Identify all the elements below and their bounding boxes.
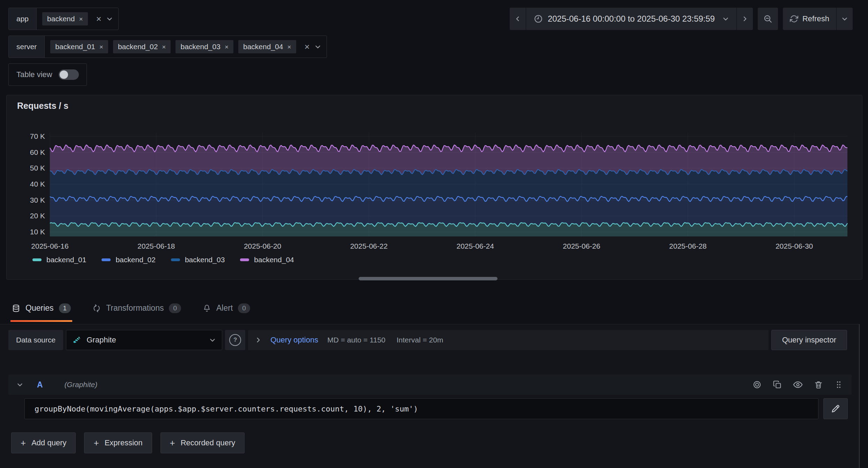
legend-label: backend_03 xyxy=(185,256,225,264)
transform-icon xyxy=(92,304,101,312)
variable-app-label: app xyxy=(9,8,37,30)
expression-label: Expression xyxy=(105,438,143,447)
duplicate-query-icon[interactable] xyxy=(773,380,782,389)
toggle-knob xyxy=(60,70,68,79)
svg-text:50 K: 50 K xyxy=(30,164,45,172)
refresh-button[interactable]: Refresh xyxy=(783,8,836,30)
tab-count-badge: 1 xyxy=(59,303,71,313)
chevron-down-icon xyxy=(841,16,848,22)
chevron-down-icon xyxy=(723,16,729,22)
disable-query-icon[interactable] xyxy=(753,380,762,389)
variable-app-tag[interactable]: backend × xyxy=(42,12,88,25)
tag-remove-icon[interactable]: × xyxy=(79,16,83,22)
data-source-name: Graphite xyxy=(87,335,204,345)
time-shift-back-button[interactable] xyxy=(510,8,526,30)
data-source-row: Data source Graphite ? Query options MD … xyxy=(8,330,847,350)
tab-label: Transformations xyxy=(106,303,164,313)
tag-label: backend_01 xyxy=(55,43,95,51)
tab-alert[interactable]: Alert 0 xyxy=(201,292,252,324)
variable-server-label: server xyxy=(9,36,45,58)
svg-text:40 K: 40 K xyxy=(30,180,45,188)
time-range-picker[interactable]: 2025-06-16 00:00:00 to 2025-06-30 23:59:… xyxy=(526,8,736,30)
legend-item[interactable]: backend_01 xyxy=(32,256,86,264)
table-view-label: Table view xyxy=(16,70,52,79)
tag-remove-icon[interactable]: × xyxy=(287,44,291,50)
table-view-toggle[interactable] xyxy=(59,69,79,80)
panel-title[interactable]: Requests / s xyxy=(17,101,68,111)
data-source-help-button[interactable]: ? xyxy=(225,330,245,350)
svg-text:2025-06-16: 2025-06-16 xyxy=(31,242,68,250)
table-view-control: Table view xyxy=(8,63,87,86)
query-options-label: Query options xyxy=(270,335,318,345)
svg-text:10 K: 10 K xyxy=(30,228,45,236)
svg-text:20 K: 20 K xyxy=(30,212,45,220)
variable-server[interactable]: server backend_01 × backend_02 × backend… xyxy=(8,36,327,58)
chevron-down-icon xyxy=(209,337,216,343)
collapse-chevron-icon[interactable] xyxy=(17,382,23,388)
plus-icon: + xyxy=(93,438,99,447)
graphite-query-input[interactable]: groupByNode(movingAverage(apps.$app.$ser… xyxy=(24,398,818,419)
horizontal-scrollbar[interactable] xyxy=(359,277,497,280)
variable-server-tag[interactable]: backend_04 × xyxy=(238,40,296,53)
query-row-header[interactable]: A (Graphite) xyxy=(8,375,852,395)
query-options-toggle[interactable]: Query options MD = auto = 1150 Interval … xyxy=(248,330,768,350)
svg-text:60 K: 60 K xyxy=(30,148,45,156)
editor-tabs: Queries 1 Transformations 0 Alert 0 xyxy=(0,292,868,324)
refresh-interval-dropdown[interactable] xyxy=(836,8,853,30)
legend-item[interactable]: backend_03 xyxy=(171,256,225,264)
chevron-right-icon xyxy=(741,15,749,23)
add-query-button[interactable]: + Add query xyxy=(11,432,76,453)
tab-label: Queries xyxy=(25,303,54,313)
tag-remove-icon[interactable]: × xyxy=(225,44,229,50)
svg-text:2025-06-28: 2025-06-28 xyxy=(669,242,706,250)
clear-selection-icon[interactable]: × xyxy=(305,42,310,51)
chevron-down-icon[interactable] xyxy=(106,16,113,22)
refresh-label: Refresh xyxy=(802,14,829,23)
drag-handle-icon[interactable] xyxy=(834,380,843,389)
query-row-actions xyxy=(753,380,843,390)
tag-remove-icon[interactable]: × xyxy=(162,44,166,50)
edit-query-pencil-button[interactable] xyxy=(823,398,848,419)
database-icon xyxy=(12,304,20,312)
plus-icon: + xyxy=(170,438,175,447)
add-expression-button[interactable]: + Expression xyxy=(84,432,152,453)
clock-icon xyxy=(534,14,543,23)
query-ref-id[interactable]: A xyxy=(37,380,43,390)
recorded-query-button[interactable]: + Recorded query xyxy=(160,432,245,453)
svg-text:2025-06-20: 2025-06-20 xyxy=(244,242,281,250)
legend-item[interactable]: backend_02 xyxy=(102,256,155,264)
legend-swatch xyxy=(32,258,42,261)
svg-text:2025-06-26: 2025-06-26 xyxy=(563,242,600,250)
variable-server-tag[interactable]: backend_03 × xyxy=(175,40,233,53)
query-inspector-button[interactable]: Query inspector xyxy=(771,330,847,350)
variable-app[interactable]: app backend × × xyxy=(8,8,119,30)
question-icon: ? xyxy=(229,334,241,346)
legend-swatch xyxy=(240,258,249,261)
variable-server-tag[interactable]: backend_01 × xyxy=(50,40,108,53)
tab-label: Alert xyxy=(216,303,233,313)
chart-legend: backend_01 backend_02 backend_03 backend… xyxy=(32,256,294,264)
variable-server-tag[interactable]: backend_02 × xyxy=(113,40,171,53)
tab-count-badge: 0 xyxy=(238,303,250,313)
query-inspector-label: Query inspector xyxy=(782,335,836,345)
hide-response-eye-icon[interactable] xyxy=(793,380,803,390)
time-series-chart[interactable]: 10 K20 K30 K40 K50 K60 K70 K2025-06-1620… xyxy=(7,95,862,279)
recorded-query-label: Recorded query xyxy=(181,438,235,447)
time-range-text: 2025-06-16 00:00:00 to 2025-06-30 23:59:… xyxy=(548,14,715,24)
data-source-picker[interactable]: Graphite xyxy=(66,330,222,350)
tag-remove-icon[interactable]: × xyxy=(99,44,103,50)
delete-query-trash-icon[interactable] xyxy=(814,380,823,389)
legend-item[interactable]: backend_04 xyxy=(240,256,294,264)
tag-label: backend_03 xyxy=(180,43,220,51)
time-shift-forward-button[interactable] xyxy=(736,8,753,30)
interval-value: Interval = 20m xyxy=(397,336,443,344)
tag-label: backend_02 xyxy=(118,43,158,51)
chevron-right-icon xyxy=(255,337,261,343)
chevron-down-icon[interactable] xyxy=(315,44,321,50)
tab-transformations[interactable]: Transformations 0 xyxy=(91,292,182,324)
tab-queries[interactable]: Queries 1 xyxy=(10,292,72,324)
clear-selection-icon[interactable]: × xyxy=(96,14,102,23)
graphite-logo-icon xyxy=(73,335,82,345)
svg-text:2025-06-18: 2025-06-18 xyxy=(137,242,175,250)
time-zoom-out-button[interactable] xyxy=(758,8,778,30)
